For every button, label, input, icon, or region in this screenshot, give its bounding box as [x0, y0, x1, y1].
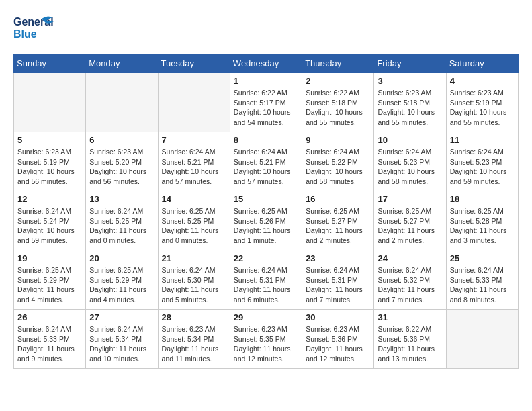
- calendar-day-cell: 14Sunrise: 6:25 AMSunset: 5:25 PMDayligh…: [158, 191, 230, 250]
- day-info: Sunrise: 6:24 AMSunset: 5:33 PMDaylight:…: [17, 324, 82, 364]
- day-info: Sunrise: 6:23 AMSunset: 5:19 PMDaylight:…: [17, 147, 82, 187]
- day-number: 23: [306, 253, 370, 263]
- day-info: Sunrise: 6:25 AMSunset: 5:26 PMDaylight:…: [234, 206, 298, 246]
- day-info: Sunrise: 6:23 AMSunset: 5:20 PMDaylight:…: [89, 147, 154, 187]
- day-number: 15: [234, 194, 298, 204]
- calendar-day-header: Friday: [374, 54, 446, 73]
- day-number: 27: [89, 312, 154, 322]
- logo: General Blue: [13, 13, 54, 43]
- day-number: 29: [234, 312, 298, 322]
- day-info: Sunrise: 6:23 AMSunset: 5:35 PMDaylight:…: [234, 324, 298, 364]
- day-info: Sunrise: 6:25 AMSunset: 5:27 PMDaylight:…: [306, 206, 370, 246]
- day-number: 5: [17, 135, 82, 145]
- calendar-day-cell: 24Sunrise: 6:24 AMSunset: 5:32 PMDayligh…: [374, 250, 446, 310]
- day-number: 14: [162, 194, 226, 204]
- logo-icon: General Blue: [13, 13, 54, 43]
- day-info: Sunrise: 6:25 AMSunset: 5:27 PMDaylight:…: [378, 206, 442, 246]
- day-number: 18: [450, 194, 515, 204]
- calendar-day-header: Wednesday: [230, 54, 302, 73]
- calendar-day-cell: 2Sunrise: 6:22 AMSunset: 5:18 PMDaylight…: [302, 73, 374, 132]
- day-info: Sunrise: 6:25 AMSunset: 5:28 PMDaylight:…: [450, 206, 515, 246]
- calendar-day-cell: 15Sunrise: 6:25 AMSunset: 5:26 PMDayligh…: [230, 191, 302, 250]
- calendar-day-cell: 30Sunrise: 6:23 AMSunset: 5:36 PMDayligh…: [302, 310, 374, 369]
- day-info: Sunrise: 6:24 AMSunset: 5:31 PMDaylight:…: [306, 265, 370, 305]
- day-info: Sunrise: 6:24 AMSunset: 5:24 PMDaylight:…: [17, 206, 82, 246]
- day-number: 26: [17, 312, 82, 322]
- day-number: 6: [89, 135, 154, 145]
- calendar-day-cell: 9Sunrise: 6:24 AMSunset: 5:22 PMDaylight…: [302, 132, 374, 191]
- calendar-week-row: 19Sunrise: 6:25 AMSunset: 5:29 PMDayligh…: [14, 250, 519, 310]
- day-number: 20: [89, 253, 154, 263]
- day-number: 22: [234, 253, 298, 263]
- calendar-day-cell: 13Sunrise: 6:24 AMSunset: 5:25 PMDayligh…: [86, 191, 158, 250]
- day-info: Sunrise: 6:24 AMSunset: 5:25 PMDaylight:…: [89, 206, 154, 246]
- calendar-week-row: 1Sunrise: 6:22 AMSunset: 5:17 PMDaylight…: [14, 73, 519, 132]
- calendar-table: SundayMondayTuesdayWednesdayThursdayFrid…: [13, 54, 519, 369]
- day-info: Sunrise: 6:24 AMSunset: 5:21 PMDaylight:…: [162, 147, 226, 187]
- calendar-day-header: Saturday: [446, 54, 518, 73]
- day-info: Sunrise: 6:24 AMSunset: 5:22 PMDaylight:…: [306, 147, 370, 187]
- day-number: 24: [378, 253, 442, 263]
- day-number: 8: [234, 135, 298, 145]
- day-info: Sunrise: 6:24 AMSunset: 5:30 PMDaylight:…: [162, 265, 226, 305]
- day-number: 11: [450, 135, 515, 145]
- day-number: 12: [17, 194, 82, 204]
- calendar-day-cell: 12Sunrise: 6:24 AMSunset: 5:24 PMDayligh…: [14, 191, 86, 250]
- day-info: Sunrise: 6:23 AMSunset: 5:34 PMDaylight:…: [162, 324, 226, 364]
- day-info: Sunrise: 6:22 AMSunset: 5:36 PMDaylight:…: [378, 324, 442, 364]
- day-info: Sunrise: 6:22 AMSunset: 5:17 PMDaylight:…: [234, 88, 298, 128]
- day-number: 16: [306, 194, 370, 204]
- calendar-day-cell: 18Sunrise: 6:25 AMSunset: 5:28 PMDayligh…: [446, 191, 518, 250]
- calendar-day-cell: 22Sunrise: 6:24 AMSunset: 5:31 PMDayligh…: [230, 250, 302, 310]
- day-number: 31: [378, 312, 442, 322]
- calendar-day-cell: 26Sunrise: 6:24 AMSunset: 5:33 PMDayligh…: [14, 310, 86, 369]
- day-info: Sunrise: 6:24 AMSunset: 5:33 PMDaylight:…: [450, 265, 515, 305]
- calendar-day-cell: 8Sunrise: 6:24 AMSunset: 5:21 PMDaylight…: [230, 132, 302, 191]
- day-number: 28: [162, 312, 226, 322]
- calendar-day-cell: 10Sunrise: 6:24 AMSunset: 5:23 PMDayligh…: [374, 132, 446, 191]
- calendar-day-header: Monday: [86, 54, 158, 73]
- day-number: 30: [306, 312, 370, 322]
- day-info: Sunrise: 6:22 AMSunset: 5:18 PMDaylight:…: [306, 88, 370, 128]
- calendar-day-cell: 4Sunrise: 6:23 AMSunset: 5:19 PMDaylight…: [446, 73, 518, 132]
- calendar-day-cell: 21Sunrise: 6:24 AMSunset: 5:30 PMDayligh…: [158, 250, 230, 310]
- svg-text:Blue: Blue: [13, 28, 37, 40]
- calendar-week-row: 12Sunrise: 6:24 AMSunset: 5:24 PMDayligh…: [14, 191, 519, 250]
- page-header: General Blue: [13, 13, 519, 43]
- day-number: 25: [450, 253, 515, 263]
- day-number: 2: [306, 76, 370, 86]
- calendar-day-cell: [14, 73, 86, 132]
- day-number: 19: [17, 253, 82, 263]
- day-info: Sunrise: 6:24 AMSunset: 5:21 PMDaylight:…: [234, 147, 298, 187]
- day-info: Sunrise: 6:23 AMSunset: 5:36 PMDaylight:…: [306, 324, 370, 364]
- calendar-day-header: Tuesday: [158, 54, 230, 73]
- day-number: 1: [234, 76, 298, 86]
- calendar-day-cell: 25Sunrise: 6:24 AMSunset: 5:33 PMDayligh…: [446, 250, 518, 310]
- calendar-day-cell: 29Sunrise: 6:23 AMSunset: 5:35 PMDayligh…: [230, 310, 302, 369]
- day-number: 10: [378, 135, 442, 145]
- calendar-day-cell: 1Sunrise: 6:22 AMSunset: 5:17 PMDaylight…: [230, 73, 302, 132]
- calendar-day-cell: 23Sunrise: 6:24 AMSunset: 5:31 PMDayligh…: [302, 250, 374, 310]
- calendar-day-cell: 27Sunrise: 6:24 AMSunset: 5:34 PMDayligh…: [86, 310, 158, 369]
- day-number: 4: [450, 76, 515, 86]
- day-info: Sunrise: 6:24 AMSunset: 5:23 PMDaylight:…: [450, 147, 515, 187]
- calendar-day-cell: 28Sunrise: 6:23 AMSunset: 5:34 PMDayligh…: [158, 310, 230, 369]
- day-info: Sunrise: 6:24 AMSunset: 5:34 PMDaylight:…: [89, 324, 154, 364]
- day-number: 17: [378, 194, 442, 204]
- calendar-day-cell: 5Sunrise: 6:23 AMSunset: 5:19 PMDaylight…: [14, 132, 86, 191]
- calendar-day-cell: [86, 73, 158, 132]
- day-info: Sunrise: 6:25 AMSunset: 5:25 PMDaylight:…: [162, 206, 226, 246]
- calendar-day-cell: [158, 73, 230, 132]
- calendar-day-cell: 11Sunrise: 6:24 AMSunset: 5:23 PMDayligh…: [446, 132, 518, 191]
- day-number: 9: [306, 135, 370, 145]
- day-number: 3: [378, 76, 442, 86]
- calendar-day-header: Sunday: [14, 54, 86, 73]
- calendar-week-row: 26Sunrise: 6:24 AMSunset: 5:33 PMDayligh…: [14, 310, 519, 369]
- calendar-day-cell: 20Sunrise: 6:25 AMSunset: 5:29 PMDayligh…: [86, 250, 158, 310]
- day-info: Sunrise: 6:23 AMSunset: 5:18 PMDaylight:…: [378, 88, 442, 128]
- day-info: Sunrise: 6:25 AMSunset: 5:29 PMDaylight:…: [89, 265, 154, 305]
- day-info: Sunrise: 6:24 AMSunset: 5:31 PMDaylight:…: [234, 265, 298, 305]
- day-info: Sunrise: 6:24 AMSunset: 5:32 PMDaylight:…: [378, 265, 442, 305]
- calendar-week-row: 5Sunrise: 6:23 AMSunset: 5:19 PMDaylight…: [14, 132, 519, 191]
- day-number: 13: [89, 194, 154, 204]
